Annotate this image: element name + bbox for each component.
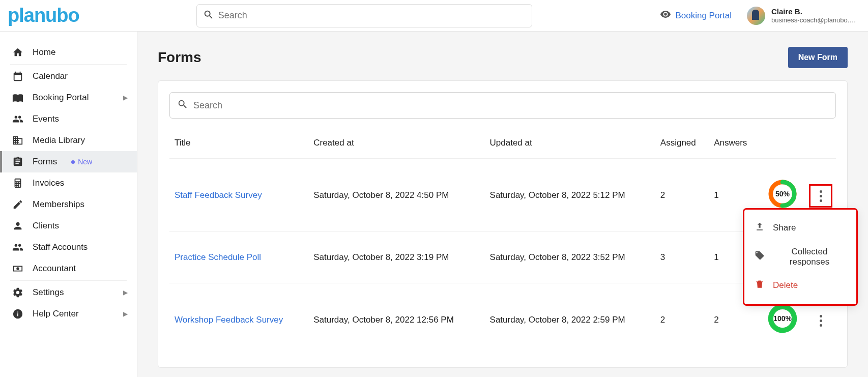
person-icon <box>12 220 23 231</box>
row-actions-button[interactable] <box>812 311 830 330</box>
col-answers: Answers <box>709 123 760 159</box>
progress-ring: 50% <box>768 179 797 209</box>
chevron-right-icon: ▶ <box>123 94 128 101</box>
new-badge: New <box>71 158 92 166</box>
sidebar-item-label: Help Center <box>33 309 79 319</box>
sidebar-item-label: Clients <box>33 221 59 231</box>
home-icon <box>12 47 23 58</box>
logo[interactable]: planubo <box>8 5 79 26</box>
menu-item-label: Delete <box>773 280 798 291</box>
sidebar-item-home[interactable]: Home <box>0 42 137 63</box>
share-icon <box>755 222 765 235</box>
trash-icon <box>755 279 765 292</box>
progress-label: 50% <box>775 190 790 198</box>
sidebar-item-memberships[interactable]: Memberships <box>0 194 137 215</box>
cell-updated: Saturday, October 8, 2022 5:12 PM <box>485 159 655 232</box>
user-name: Claire B. <box>771 7 858 16</box>
forms-card: Title Created at Updated at Assigned Ans… <box>158 80 848 368</box>
sidebar-item-invoices[interactable]: Invoices <box>0 172 137 194</box>
calendar-icon <box>12 71 23 82</box>
col-assigned: Assigned <box>655 123 709 159</box>
chevron-right-icon: ▶ <box>123 310 128 317</box>
user-menu[interactable]: Claire B. business-coach@planubo.c... <box>747 7 858 25</box>
global-search[interactable] <box>196 4 532 27</box>
content: Forms New Form Title Created at Updated … <box>137 32 868 377</box>
book-icon <box>12 92 23 103</box>
form-title-link[interactable]: Practice Schedule Poll <box>175 252 261 262</box>
sidebar-item-staff-accounts[interactable]: Staff Accounts <box>0 237 137 258</box>
sidebar-item-accountant[interactable]: Accountant <box>0 258 137 279</box>
topbar-right: Booking Portal Claire B. business-coach@… <box>660 7 858 25</box>
cell-updated: Saturday, October 8, 2022 3:52 PM <box>485 232 655 283</box>
sidebar-item-label: Memberships <box>33 199 84 210</box>
row-context-menu: Share Collected responses Delete <box>744 210 856 304</box>
col-progress <box>760 123 805 159</box>
menu-item-collected-responses[interactable]: Collected responses <box>744 241 856 273</box>
row-actions-button[interactable] <box>812 187 830 205</box>
pencil-icon <box>12 199 23 210</box>
booking-portal-link[interactable]: Booking Portal <box>660 9 732 22</box>
menu-item-share[interactable]: Share <box>744 216 856 241</box>
sidebar-item-help-center[interactable]: Help Center ▶ <box>0 303 137 325</box>
eye-icon <box>660 9 671 22</box>
progress-ring: 100% <box>768 304 797 333</box>
form-title-link[interactable]: Workshop Feedback Survey <box>175 315 283 325</box>
cell-assigned: 2 <box>655 159 709 232</box>
sidebar-item-clients[interactable]: Clients <box>0 215 137 237</box>
new-form-button[interactable]: New Form <box>788 47 848 68</box>
page-header: Forms New Form <box>158 47 848 68</box>
tag-icon <box>755 250 765 263</box>
sidebar-item-forms[interactable]: Forms New <box>0 151 137 172</box>
gear-icon <box>12 287 23 298</box>
sidebar-item-label: Home <box>33 47 55 57</box>
calculator-icon <box>12 178 23 189</box>
staff-icon <box>12 242 23 253</box>
sidebar-item-calendar[interactable]: Calendar <box>0 66 137 87</box>
sidebar-item-label: Booking Portal <box>33 93 89 103</box>
topbar: planubo Booking Portal Claire B. busines… <box>0 0 868 32</box>
info-icon <box>12 308 23 320</box>
forms-search-input[interactable] <box>193 100 828 111</box>
progress-label: 100% <box>773 314 792 323</box>
table-row: Workshop Feedback Survey Saturday, Octob… <box>169 283 836 357</box>
cell-updated: Saturday, October 8, 2022 2:59 PM <box>485 283 655 357</box>
sidebar-item-label: Invoices <box>33 178 64 188</box>
col-created: Created at <box>308 123 484 159</box>
cell-created: Saturday, October 8, 2022 4:50 PM <box>308 159 484 232</box>
user-email: business-coach@planubo.c... <box>771 16 858 24</box>
sidebar-item-events[interactable]: Events <box>0 108 137 130</box>
cell-assigned: 2 <box>655 283 709 357</box>
col-updated: Updated at <box>485 123 655 159</box>
col-title: Title <box>169 123 308 159</box>
table-row: Practice Schedule Poll Saturday, October… <box>169 232 836 283</box>
sidebar-item-label: Settings <box>33 287 64 298</box>
search-icon <box>203 9 218 22</box>
sidebar-item-label: Accountant <box>33 264 76 274</box>
form-title-link[interactable]: Staff Feedback Survey <box>175 190 262 200</box>
library-icon <box>12 135 23 146</box>
users-icon <box>12 113 23 125</box>
menu-item-label: Collected responses <box>773 247 846 267</box>
sidebar: Home Calendar Booking Portal ▶ Events Me… <box>0 32 137 377</box>
avatar <box>747 7 765 25</box>
sidebar-item-settings[interactable]: Settings ▶ <box>0 282 137 303</box>
booking-portal-label: Booking Portal <box>675 11 732 21</box>
user-meta: Claire B. business-coach@planubo.c... <box>771 7 858 24</box>
forms-search[interactable] <box>169 92 836 119</box>
global-search-input[interactable] <box>218 10 526 21</box>
col-actions <box>805 123 836 159</box>
money-icon <box>12 263 23 274</box>
cell-assigned: 3 <box>655 232 709 283</box>
clipboard-icon <box>12 156 23 167</box>
page-title: Forms <box>158 49 201 66</box>
sidebar-item-label: Forms <box>33 157 57 167</box>
table-row: Staff Feedback Survey Saturday, October … <box>169 159 836 232</box>
menu-item-delete[interactable]: Delete <box>744 273 856 298</box>
forms-table: Title Created at Updated at Assigned Ans… <box>169 123 836 356</box>
chevron-right-icon: ▶ <box>123 289 128 296</box>
menu-item-label: Share <box>773 223 796 233</box>
sidebar-item-label: Staff Accounts <box>33 242 88 252</box>
sidebar-item-media-library[interactable]: Media Library <box>0 130 137 151</box>
sidebar-item-label: Calendar <box>33 71 68 81</box>
sidebar-item-booking-portal[interactable]: Booking Portal ▶ <box>0 87 137 108</box>
